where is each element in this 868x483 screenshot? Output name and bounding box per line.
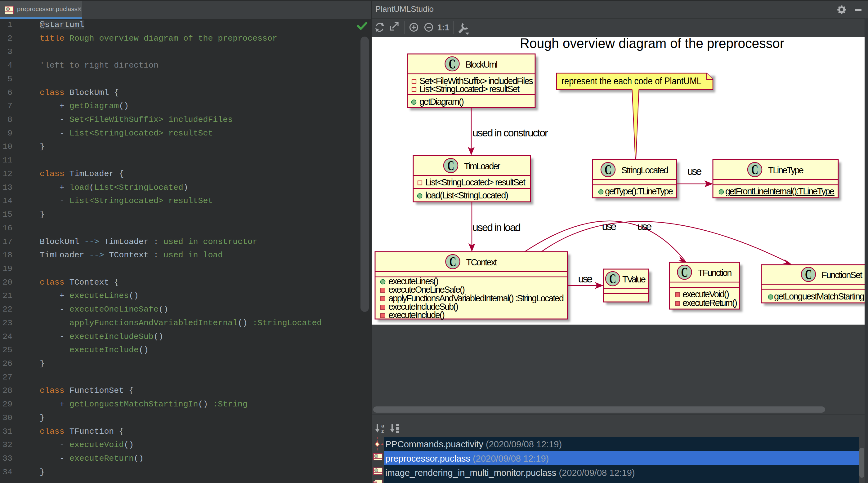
svg-text:C: C	[604, 162, 612, 177]
svg-text:TContext: TContext	[466, 257, 497, 267]
svg-text:used in constructor: used in constructor	[472, 127, 548, 138]
svg-text:C: C	[805, 267, 812, 282]
svg-text:List<StringLocated> resultSet: List<StringLocated> resultSet	[425, 177, 526, 187]
svg-text:use: use	[578, 273, 593, 285]
svg-text:C: C	[609, 271, 616, 286]
svg-text:use: use	[687, 165, 702, 177]
svg-text:getDiagram(): getDiagram()	[420, 97, 464, 107]
svg-text:C: C	[681, 265, 688, 280]
svg-text:getFrontLineInternal():TLineTy: getFrontLineInternal():TLineType	[725, 186, 835, 196]
svg-text:getLonguestMatchStartingIn() :: getLonguestMatchStartingIn() :String	[774, 291, 865, 301]
svg-text:C: C	[450, 254, 456, 269]
svg-text:C: C	[751, 162, 758, 177]
svg-text:TimLoader: TimLoader	[464, 161, 500, 171]
svg-text:load(List<StringLocated): load(List<StringLocated)	[425, 190, 508, 200]
svg-text:C: C	[447, 158, 454, 173]
svg-text:TValue: TValue	[622, 275, 646, 284]
svg-text:List<StringLocated> resultSet: List<StringLocated> resultSet	[420, 84, 520, 94]
svg-text:FunctionSet: FunctionSet	[822, 270, 862, 280]
svg-text:used in load: used in load	[472, 221, 521, 233]
svg-text:represent the each code of Pla: represent the each code of PlantUML	[561, 75, 702, 87]
svg-text:executeInclude(): executeInclude()	[389, 310, 445, 320]
svg-text:TFunction: TFunction	[698, 268, 732, 278]
svg-text:TLineType: TLineType	[768, 165, 804, 175]
svg-text:getType():TLineType: getType():TLineType	[605, 186, 673, 196]
svg-text:use: use	[638, 220, 652, 232]
svg-text:executeReturn(): executeReturn()	[682, 298, 737, 308]
svg-text:BlockUml: BlockUml	[466, 60, 498, 69]
svg-text:C: C	[449, 57, 456, 72]
svg-text:z: z	[381, 428, 384, 434]
svg-text:StringLocated: StringLocated	[621, 165, 669, 175]
svg-text:Rough overview diagram of the: Rough overview diagram of the preprocess…	[520, 37, 784, 51]
svg-text:1:1: 1:1	[437, 23, 449, 32]
svg-text:use: use	[602, 220, 617, 232]
